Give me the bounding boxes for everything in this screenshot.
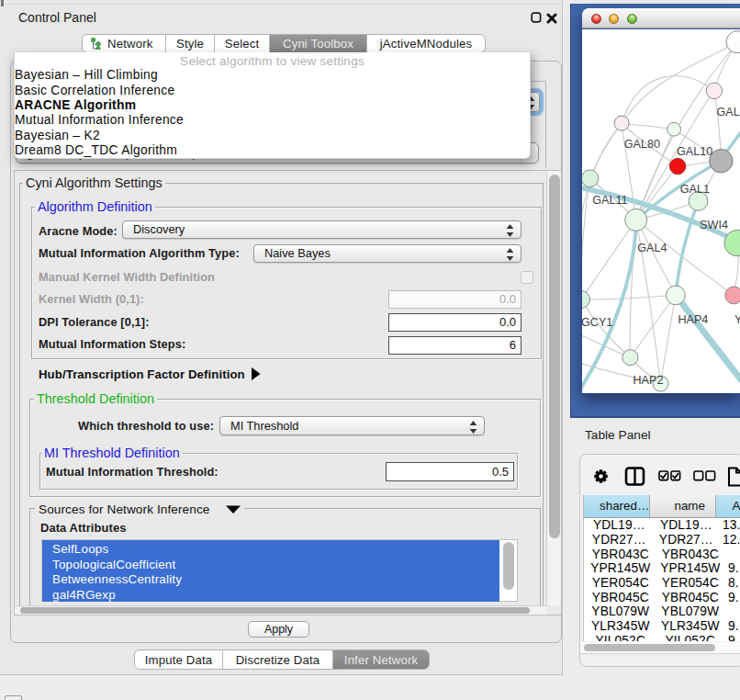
svg-text:GAL1: GAL1 (680, 183, 710, 196)
svg-text:GAL11: GAL11 (592, 193, 627, 206)
svg-text:YDR: YDR (734, 312, 740, 325)
svg-text:SWI4: SWI4 (700, 219, 728, 231)
svg-text:HAP4: HAP4 (678, 312, 708, 325)
svg-text:HAP2: HAP2 (633, 374, 664, 387)
svg-text:GAL4: GAL4 (637, 241, 667, 254)
svg-text:GAL80: GAL80 (624, 138, 660, 151)
svg-text:GCY1: GCY1 (582, 316, 612, 329)
svg-text:GAL2: GAL2 (717, 105, 740, 118)
svg-text:GAL10: GAL10 (677, 144, 712, 157)
